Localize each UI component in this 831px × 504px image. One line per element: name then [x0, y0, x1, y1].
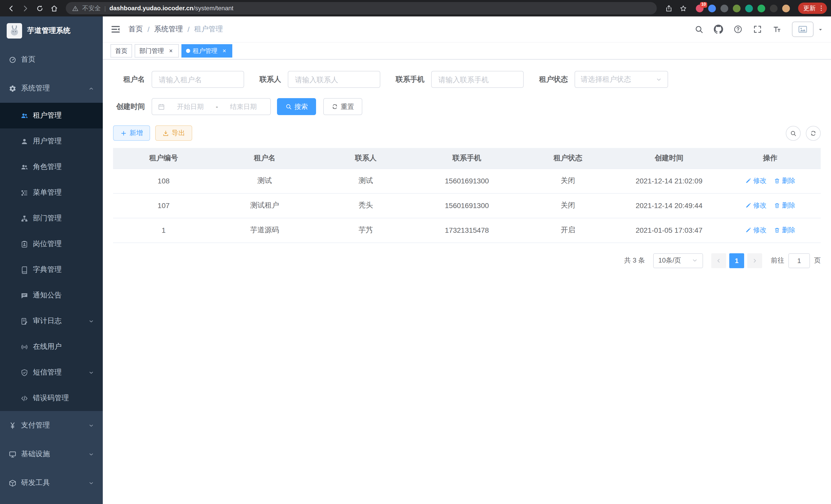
sidebar-item[interactable]: 短信管理 — [0, 360, 103, 385]
breadcrumb-item[interactable]: 首页 — [128, 25, 143, 34]
extension-icon[interactable] — [733, 4, 741, 12]
sidebar-item-label: 通知公告 — [33, 291, 62, 300]
sidebar-item[interactable]: 用户管理 — [0, 128, 103, 154]
browser-chrome: 不安全 | dashboard.yudao.iocoder.cn/system/… — [0, 0, 831, 17]
edit-icon — [745, 227, 751, 233]
sidebar-item[interactable]: 菜单管理 — [0, 180, 103, 206]
search-button[interactable]: 搜索 — [277, 98, 316, 115]
browser-home-button[interactable] — [47, 2, 61, 15]
goto-label: 前往 — [771, 256, 784, 265]
add-button[interactable]: 新增 — [113, 125, 150, 141]
page-size-select[interactable]: 10条/页 — [653, 253, 703, 268]
table-cell: 关闭 — [517, 169, 619, 193]
edit-button[interactable]: 修改 — [745, 201, 767, 210]
extension-icon[interactable] — [708, 4, 716, 12]
sidebar-item[interactable]: 错误码管理 — [0, 385, 103, 411]
prev-page-button[interactable] — [711, 253, 726, 268]
sidebar-item[interactable]: 字典管理 — [0, 257, 103, 283]
contact-input[interactable] — [288, 71, 380, 88]
header-search-button[interactable] — [694, 25, 704, 34]
breadcrumb-item[interactable]: 系统管理 — [154, 25, 183, 34]
toggle-search-button[interactable] — [786, 126, 801, 141]
browser-forward-button[interactable] — [19, 2, 32, 15]
sidebar-item[interactable]: 系统管理 — [0, 74, 103, 103]
sidebar-item[interactable]: 角色管理 — [0, 154, 103, 180]
phone-input[interactable] — [431, 71, 524, 88]
sidebar-item-label: 在线用户 — [33, 342, 62, 351]
sidebar-item[interactable]: 支付管理 — [0, 411, 103, 440]
sidebar-item[interactable]: 租户管理 — [0, 103, 103, 128]
browser-reload-button[interactable] — [33, 2, 46, 15]
table-cell: 测试 — [214, 169, 315, 193]
share-button[interactable] — [662, 2, 675, 15]
extension-icon[interactable] — [745, 4, 753, 12]
tab-close-icon[interactable]: × — [221, 48, 228, 54]
extension-icon[interactable]: 10 — [696, 4, 704, 12]
sidebar-item[interactable]: 通知公告 — [0, 283, 103, 308]
tab[interactable]: 租户管理× — [181, 44, 232, 58]
github-link[interactable] — [714, 25, 723, 34]
user-menu-caret-icon[interactable] — [818, 26, 823, 32]
pagination-total: 共 3 条 — [624, 256, 645, 265]
refresh-table-button[interactable] — [806, 126, 821, 141]
fullscreen-button[interactable] — [753, 25, 762, 34]
help-button[interactable] — [733, 25, 743, 34]
edit-icon — [745, 202, 751, 209]
breadcrumb: 首页/系统管理/租户管理 — [128, 25, 223, 34]
arrow-down-icon — [88, 318, 94, 324]
table-cell-actions: 修改删除 — [719, 193, 821, 218]
date-range-picker[interactable]: 开始日期 - 结束日期 — [152, 98, 271, 115]
extension-icon[interactable] — [720, 4, 728, 12]
sidebar-item[interactable]: 审计日志 — [0, 308, 103, 334]
contact-label: 联系人 — [260, 75, 281, 84]
table-cell: 关闭 — [517, 193, 619, 218]
extension-icon[interactable] — [757, 4, 765, 12]
sidebar-item[interactable]: 岗位管理 — [0, 231, 103, 257]
sidebar-item[interactable]: 基础设施 — [0, 440, 103, 469]
extension-icon[interactable] — [770, 4, 778, 12]
sidebar-item-label: 字典管理 — [33, 265, 62, 274]
export-button[interactable]: 导出 — [155, 125, 192, 141]
security-label: 不安全 — [82, 4, 101, 12]
sidebar-item-label: 用户管理 — [33, 137, 62, 146]
status-select[interactable]: 请选择租户状态 — [575, 71, 668, 88]
page-size-label: 10条/页 — [658, 256, 681, 265]
extension-badge: 10 — [700, 2, 707, 7]
edit-button[interactable]: 修改 — [745, 176, 767, 185]
font-size-button[interactable] — [772, 25, 782, 34]
delete-button[interactable]: 删除 — [774, 176, 795, 185]
browser-back-button[interactable] — [4, 2, 18, 15]
browser-update-button[interactable]: 更新 — [798, 3, 827, 14]
next-page-button[interactable] — [747, 253, 762, 268]
delete-button[interactable]: 删除 — [774, 201, 795, 210]
address-bar-divider: | — [104, 5, 106, 11]
tenant-name-input[interactable] — [152, 71, 244, 88]
tab[interactable]: 部门管理× — [135, 44, 179, 58]
sidebar-toggle-button[interactable] — [111, 24, 121, 34]
delete-button-label: 删除 — [782, 226, 795, 235]
browser-menu-icon[interactable] — [818, 5, 825, 12]
edit-button[interactable]: 修改 — [745, 226, 767, 235]
sidebar-item[interactable]: 部门管理 — [0, 206, 103, 231]
delete-button[interactable]: 删除 — [774, 226, 795, 235]
user-avatar[interactable] — [792, 22, 813, 37]
roles-icon — [21, 163, 28, 171]
bookmark-star-button[interactable] — [676, 2, 690, 15]
sms-shield-icon — [21, 368, 28, 376]
sidebar-item[interactable]: 在线用户 — [0, 334, 103, 360]
tab-close-icon[interactable]: × — [168, 48, 174, 54]
sidebar-item[interactable]: 研发工具 — [0, 469, 103, 497]
announcement-icon — [21, 292, 28, 299]
calendar-icon — [158, 103, 165, 110]
sidebar-item[interactable]: 首页 — [0, 45, 103, 74]
tab[interactable]: 首页 — [111, 44, 132, 58]
reset-button[interactable]: 重置 — [323, 98, 362, 115]
browser-address-bar[interactable]: 不安全 | dashboard.yudao.iocoder.cn/system/… — [66, 2, 657, 14]
extension-icon[interactable] — [782, 4, 790, 12]
goto-page-input[interactable] — [789, 253, 810, 268]
page-content: 租户名 联系人 联系手机 租户状态 请选择租户状态 — [103, 60, 831, 504]
page-number-button[interactable]: 1 — [729, 253, 744, 268]
app-logo[interactable]: 芋道管理系统 — [0, 17, 103, 45]
table-column-header: 操作 — [719, 148, 821, 169]
tenant-icon — [21, 112, 28, 119]
